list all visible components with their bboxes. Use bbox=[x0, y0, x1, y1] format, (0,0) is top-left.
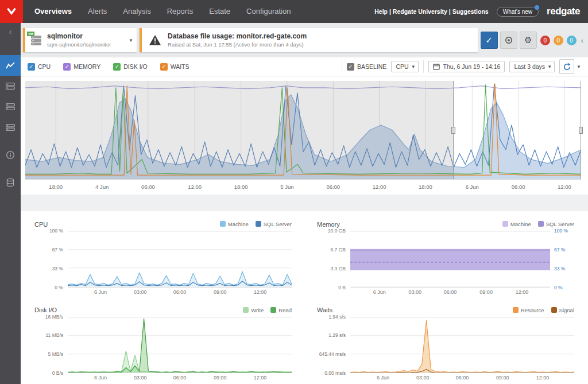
context-header: VM sqlmonitor sqm-sqlmonitor\sqlmonitor … bbox=[21, 23, 588, 57]
tick-label: 1.94 s/s bbox=[328, 314, 346, 320]
tick-label: 12:00 bbox=[558, 184, 571, 190]
nav-item-alerts[interactable]: Alerts bbox=[80, 0, 115, 23]
chevron-down-icon: ▼ bbox=[547, 64, 552, 69]
tick-label: 100 % bbox=[554, 228, 568, 234]
refresh-options-chevron[interactable]: ▼ bbox=[577, 64, 581, 69]
nav-item-reports[interactable]: Reports bbox=[159, 0, 202, 23]
refresh-icon bbox=[563, 63, 571, 71]
controls-right: ✓ BASELINE CPU ▼ Thu, 6 Jun 19 - 14:16 L… bbox=[342, 59, 581, 74]
tick-label: 09:00 bbox=[214, 289, 227, 295]
tick-label: 11 MB/s bbox=[45, 332, 63, 338]
tick-label: 1.29 s/s bbox=[328, 332, 346, 338]
focus-button[interactable] bbox=[500, 32, 517, 49]
period-select[interactable]: Last 3 days ▼ bbox=[509, 61, 555, 72]
panel-title: CPU bbox=[34, 221, 48, 228]
metric-label-waits: WAITS bbox=[171, 63, 189, 70]
sidebar-item-servers-1[interactable] bbox=[0, 76, 21, 96]
cpu-panel-body: 100 %67 %33 %0 % bbox=[34, 231, 292, 288]
disk-plot bbox=[68, 317, 292, 374]
waits-panel: Waits ResourceSignal 1.94 s/s1.29 s/s645… bbox=[317, 305, 574, 382]
tick-label: 03:00 bbox=[408, 289, 421, 295]
checkbox-baseline: ✓ bbox=[347, 63, 354, 71]
nav-item-analysis[interactable]: Analysis bbox=[115, 0, 158, 23]
help-links[interactable]: Help | Redgate University | Suggestions bbox=[374, 8, 488, 15]
checkbox-waits: ✓ bbox=[160, 63, 168, 71]
sidebar-item-analysis[interactable] bbox=[0, 55, 21, 76]
whats-new-button[interactable]: What's new bbox=[497, 7, 539, 17]
tick-label: 06:00 bbox=[141, 184, 155, 190]
notification-dot bbox=[535, 5, 539, 10]
tick-label: 06:00 bbox=[326, 184, 340, 190]
main-nav: Overviews Alerts Analysis Reports Estate… bbox=[26, 0, 299, 23]
memory-panel: Memory MachineSQL Server 10.0 GB6.7 GB3.… bbox=[317, 219, 574, 296]
tick-label: 6 Jun bbox=[373, 289, 386, 295]
active-alert-banner[interactable]: Database file usage: monitor.red-gate.co… bbox=[140, 28, 478, 52]
y-axis-labels-right: 100 %67 %33 %0 % bbox=[550, 231, 574, 288]
sidebar-collapse-button[interactable]: ‹ bbox=[9, 23, 12, 40]
metric-toggle-memory[interactable]: ✓ MEMORY bbox=[63, 63, 100, 71]
tick-label: 06:00 bbox=[173, 375, 187, 381]
tick-label: 3.3 GB bbox=[331, 266, 346, 271]
sidebar-item-info[interactable] bbox=[0, 145, 21, 165]
disk-x-axis: 6 Jun03:0006:0009:0012:00 bbox=[34, 373, 292, 382]
metric-toggle-cpu[interactable]: ✓ CPU bbox=[28, 63, 51, 71]
acknowledge-button[interactable]: ✓ bbox=[481, 32, 498, 49]
tick-label: 18:00 bbox=[234, 184, 248, 190]
tick-label: 06:00 bbox=[512, 184, 525, 190]
metric-toggle-waits[interactable]: ✓ WAITS bbox=[160, 63, 189, 71]
whats-new-label: What's new bbox=[503, 9, 532, 15]
legend-swatch bbox=[551, 307, 557, 313]
tick-label: 06:00 bbox=[444, 289, 457, 295]
server-rack-icon bbox=[6, 123, 15, 131]
auto-refresh-button[interactable] bbox=[559, 59, 574, 74]
redgate-logo[interactable] bbox=[0, 0, 23, 23]
baseline-toggle[interactable]: ✓ BASELINE bbox=[347, 63, 386, 71]
panel-title: Memory bbox=[317, 221, 340, 228]
waits-panel-body: 1.94 s/s1.29 s/s645.44 ms/s0.00 ms/s bbox=[317, 317, 574, 374]
alert-badge-medium[interactable]: 0 bbox=[554, 36, 563, 45]
server-labels: sqlmonitor sqm-sqlmonitor\sqlmonitor bbox=[47, 33, 111, 48]
y-axis-labels: 16 MB/s11 MB/s5 MB/s0 B/s bbox=[34, 317, 68, 374]
nav-item-configuration[interactable]: Configuration bbox=[238, 0, 299, 23]
nav-item-overviews[interactable]: Overviews bbox=[26, 0, 80, 23]
server-selector[interactable]: VM sqlmonitor sqm-sqlmonitor\sqlmonitor … bbox=[23, 28, 137, 52]
timeline-selection-window[interactable] bbox=[453, 81, 581, 179]
legend-swatch bbox=[256, 221, 261, 227]
selection-handle-right[interactable] bbox=[579, 127, 583, 134]
tick-label: 03:00 bbox=[416, 375, 430, 381]
server-instance: sqm-sqlmonitor\sqlmonitor bbox=[47, 41, 111, 48]
tick-label: 09:00 bbox=[496, 375, 509, 381]
date-range-value: Thu, 6 Jun 19 - 14:16 bbox=[443, 63, 501, 70]
legend-item: SQL Server bbox=[538, 221, 574, 227]
timeline-plot[interactable] bbox=[25, 81, 581, 180]
legend-item: SQL Server bbox=[256, 221, 292, 227]
metric-toggle-diskio[interactable]: ✓ DISK I/O bbox=[113, 63, 147, 71]
target-icon bbox=[504, 36, 513, 45]
separator bbox=[423, 60, 424, 73]
memory-legend: MachineSQL Server bbox=[502, 221, 574, 227]
tick-label: 6 Jun bbox=[94, 375, 107, 381]
info-icon bbox=[6, 150, 15, 160]
sidebar-item-servers-2[interactable] bbox=[0, 96, 21, 117]
tick-label: 67 % bbox=[52, 247, 63, 253]
chart-controls: ✓ CPU ✓ MEMORY ✓ DISK I/O ✓ WAITS ✓ BASE… bbox=[21, 57, 588, 76]
waits-panel-header: Waits ResourceSignal bbox=[317, 305, 574, 315]
sidebar-item-database[interactable] bbox=[0, 172, 21, 193]
nav-item-estate[interactable]: Estate bbox=[201, 0, 238, 23]
redgate-logo-icon bbox=[5, 5, 18, 18]
panel-collapse-chevron[interactable]: ‹ bbox=[581, 36, 583, 45]
cpu-plot bbox=[68, 231, 292, 288]
date-range-picker[interactable]: Thu, 6 Jun 19 - 14:16 bbox=[428, 61, 505, 72]
baseline-metric-select[interactable]: CPU ▼ bbox=[391, 61, 418, 72]
settings-button[interactable]: ⚙ bbox=[520, 32, 537, 49]
sidebar-item-servers-3[interactable] bbox=[0, 117, 21, 138]
legend-item: Machine bbox=[220, 221, 249, 227]
tick-label: 12:00 bbox=[188, 184, 202, 190]
alert-badge-high[interactable]: 0 bbox=[540, 36, 550, 45]
alert-badge-low[interactable]: 0 bbox=[567, 36, 577, 45]
database-icon bbox=[6, 178, 15, 187]
panel-title: Waits bbox=[317, 307, 332, 313]
y-axis-labels: 100 %67 %33 %0 % bbox=[34, 231, 68, 288]
selection-handle-left[interactable] bbox=[451, 127, 455, 134]
tick-label: 0 % bbox=[554, 285, 563, 290]
